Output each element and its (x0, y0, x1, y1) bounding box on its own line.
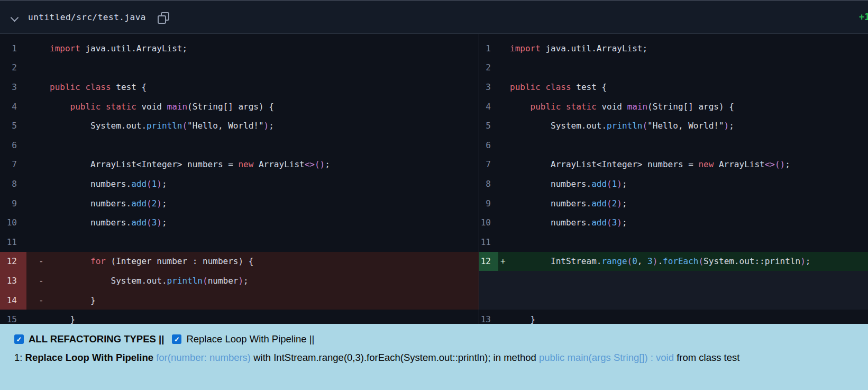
code-line: 3public class test { (0, 77, 479, 97)
code-text: System.out.println("Hello, World!"); (510, 121, 734, 131)
line-number: 3 (479, 77, 498, 97)
code-line: 9 numbers.add(2); (479, 194, 868, 213)
diff-header: untitled/src/test.java +1 (0, 0, 868, 34)
replace-loop-with-pipeline-label: Replace Loop With Pipeline || (186, 333, 314, 345)
code-line: 6 (479, 135, 868, 155)
line-number: 9 (479, 194, 498, 213)
diff-added-stat: +1 (859, 12, 868, 22)
diff-stat-clip: +1 (859, 12, 868, 25)
original-code-pane[interactable]: 1import java.util.ArrayList;23public cla… (0, 34, 479, 324)
code-text: numbers.add(2); (510, 198, 627, 208)
code-line: 8 numbers.add(1); (0, 174, 479, 194)
code-text: System.out.println("Hello, World!"); (50, 121, 274, 131)
line-number: 15 (0, 310, 26, 324)
line-number: 14 (0, 291, 26, 310)
chevron-down-icon[interactable] (11, 13, 19, 22)
code-text: numbers.add(3); (50, 217, 167, 228)
revised-code-pane[interactable]: 1import java.util.ArrayList;23public cla… (479, 34, 868, 324)
line-number: 4 (479, 97, 498, 116)
code-line: 7 ArrayList<Integer> numbers = new Array… (0, 155, 479, 175)
code-line: 8 numbers.add(1); (479, 174, 868, 194)
line-number: 10 (479, 213, 498, 232)
code-text: public class test { (50, 82, 147, 92)
line-number: 6 (0, 135, 26, 155)
line-number: 12 (479, 252, 498, 271)
code-text: numbers.add(1); (50, 179, 167, 189)
code-line-added: 12+ IntStream.range(0, 3).forEach(System… (479, 252, 868, 271)
code-text: IntStream.range(0, 3).forEach(System.out… (510, 256, 810, 266)
code-text: } (510, 314, 535, 324)
line-number: 6 (479, 135, 498, 155)
line-number: 3 (0, 77, 26, 97)
code-text: numbers.add(2); (50, 198, 167, 208)
diff-window: untitled/src/test.java +1 1import java.u… (0, 0, 868, 390)
code-line: 2 (479, 58, 868, 78)
line-number: 1 (0, 39, 26, 58)
diff-marker: - (26, 256, 50, 266)
refactoring-name: Replace Loop With Pipeline (25, 352, 157, 363)
code-line: 2 (0, 58, 479, 78)
line-number: 2 (0, 58, 26, 78)
code-text: System.out.println(number); (50, 276, 249, 286)
line-number: 7 (0, 155, 26, 175)
line-number: 5 (479, 116, 498, 135)
refactoring-code-link[interactable]: public main(args String[]) : void (539, 352, 674, 363)
code-text: ArrayList<Integer> numbers = new ArrayLi… (50, 159, 330, 169)
code-line: 7 ArrayList<Integer> numbers = new Array… (479, 155, 868, 175)
code-text: public static void main(String[] args) { (50, 102, 274, 112)
description-text: 1: (14, 352, 25, 363)
diff-alignment-filler (479, 271, 868, 310)
description-text: with IntStream.range(0,3).forEach(System… (251, 352, 539, 363)
code-line: 9 numbers.add(2); (0, 194, 479, 213)
code-line: 10 numbers.add(3); (479, 213, 868, 232)
file-path[interactable]: untitled/src/test.java (28, 12, 146, 22)
diff-marker: + (498, 256, 510, 266)
code-line: 13 } (479, 310, 868, 324)
line-number: 11 (0, 232, 26, 252)
code-line: 10 numbers.add(3); (0, 213, 479, 232)
code-line: 3public class test { (479, 77, 868, 97)
line-number: 2 (479, 58, 498, 78)
line-number: 4 (0, 97, 26, 116)
diff-view: 1import java.util.ArrayList;23public cla… (0, 34, 868, 324)
line-number: 7 (479, 155, 498, 175)
code-line: 15 } (0, 310, 479, 324)
code-text: } (50, 295, 96, 305)
code-line: 4 public static void main(String[] args)… (479, 97, 868, 116)
refactoring-description: 1: Replace Loop With Pipeline for(number… (14, 352, 857, 364)
code-text: numbers.add(3); (510, 217, 627, 228)
line-number: 13 (479, 310, 498, 324)
replace-loop-with-pipeline-checkbox[interactable]: ✓ (172, 334, 181, 344)
all-refactoring-types-checkbox[interactable]: ✓ (14, 334, 24, 344)
code-text: } (50, 314, 75, 324)
code-text: import java.util.ArrayList; (50, 43, 187, 53)
code-line: 5 System.out.println("Hello, World!"); (0, 116, 479, 135)
code-line: 6 (0, 135, 479, 155)
code-line-removed: 14- } (0, 291, 479, 310)
code-line: 5 System.out.println("Hello, World!"); (479, 116, 868, 135)
code-text: for (Integer number : numbers) { (50, 256, 253, 266)
refactoring-panel: ✓ ALL REFACTORING TYPES || ✓ Replace Loo… (0, 324, 868, 390)
refactoring-code-link[interactable]: for(number: numbers) (156, 352, 251, 363)
line-number: 1 (479, 39, 498, 58)
line-number: 12 (0, 252, 26, 271)
code-line: 1import java.util.ArrayList; (479, 39, 868, 58)
code-line-removed: 13- System.out.println(number); (0, 271, 479, 291)
code-line: 4 public static void main(String[] args)… (0, 97, 479, 116)
line-number: 13 (0, 271, 26, 291)
code-line: 11 (0, 232, 479, 252)
code-text: ArrayList<Integer> numbers = new ArrayLi… (510, 159, 790, 169)
copy-icon[interactable] (157, 11, 169, 24)
code-line: 11 (479, 232, 868, 252)
line-number: 11 (479, 232, 498, 252)
code-text: public static void main(String[] args) { (510, 102, 734, 112)
line-number: 8 (0, 174, 26, 194)
line-number: 8 (479, 174, 498, 194)
description-text: from class test (674, 352, 739, 363)
all-refactoring-types-label: ALL REFACTORING TYPES || (29, 333, 164, 345)
code-text: public class test { (510, 82, 607, 92)
code-line: 1import java.util.ArrayList; (0, 39, 479, 58)
refactoring-filter-row: ✓ ALL REFACTORING TYPES || ✓ Replace Loo… (14, 333, 857, 345)
line-number: 9 (0, 194, 26, 213)
code-line-removed: 12- for (Integer number : numbers) { (0, 252, 479, 271)
